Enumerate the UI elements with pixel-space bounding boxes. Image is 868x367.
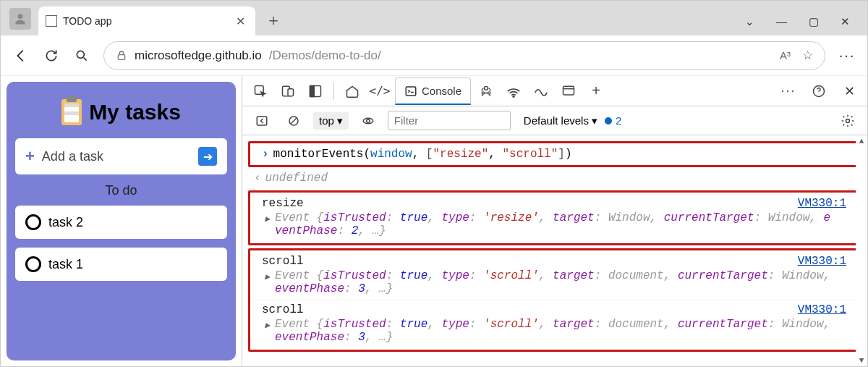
page-content: My tasks + Add a task ➔ To do task 2 tas…	[1, 76, 242, 366]
issue-dot-icon	[605, 117, 612, 125]
svg-point-10	[482, 91, 484, 93]
console-settings-icon[interactable]	[835, 109, 860, 133]
browser-tab[interactable]: TODO app ✕	[38, 7, 255, 35]
console-log-entry[interactable]: scroll VM330:1 ▶ Event {isTrusted: true,…	[255, 252, 854, 300]
event-name: scroll	[262, 255, 304, 268]
welcome-tab-icon[interactable]	[340, 79, 365, 104]
source-link[interactable]: VM330:1	[798, 197, 846, 210]
address-bar[interactable]: microsoftedge.github.io/Demos/demo-to-do…	[103, 41, 825, 70]
context-label: top	[319, 114, 334, 127]
search-icon[interactable]	[73, 47, 90, 64]
issues-count: 2	[616, 114, 621, 127]
context-selector[interactable]: top ▾	[313, 112, 349, 130]
application-tab-icon[interactable]	[556, 79, 581, 104]
console-tab[interactable]: Console	[395, 77, 471, 105]
prompt-icon: ›	[262, 148, 269, 161]
app-title: My tasks	[89, 100, 181, 125]
event-name: scroll	[262, 303, 304, 316]
devtools-panel: </> Console + ··· ✕	[242, 76, 867, 366]
profile-avatar[interactable]	[9, 8, 31, 30]
svg-point-9	[485, 86, 488, 90]
back-button[interactable]	[12, 47, 30, 64]
read-aloud-icon[interactable]: A³	[780, 49, 791, 62]
svg-point-0	[18, 14, 23, 19]
scrollbar[interactable]: ▲ ▼	[856, 135, 867, 366]
svg-rect-13	[563, 86, 574, 95]
performance-tab-icon[interactable]	[529, 79, 553, 104]
console-log-entry[interactable]: scroll VM330:1 ▶ Event {isTrusted: true,…	[255, 300, 854, 348]
event-details[interactable]: ▶ Event {isTrusted: true, type: 'resize'…	[262, 211, 846, 237]
highlight-event-2: scroll VM330:1 ▶ Event {isTrusted: true,…	[248, 248, 860, 352]
elements-tab-icon[interactable]: </>	[367, 79, 392, 104]
toggle-sidebar-icon[interactable]	[250, 109, 274, 133]
issues-button[interactable]: 2	[605, 114, 621, 127]
plus-icon: +	[25, 147, 35, 166]
console-return-line: ‹ undefined	[245, 169, 863, 187]
refresh-button[interactable]	[43, 47, 60, 64]
filter-input[interactable]	[388, 111, 511, 130]
event-details[interactable]: ▶ Event {isTrusted: true, type: 'scroll'…	[262, 318, 846, 344]
help-icon[interactable]	[807, 79, 831, 104]
event-name: resize	[262, 197, 304, 210]
svg-rect-2	[118, 54, 124, 59]
svg-rect-8	[406, 87, 416, 96]
close-window-button[interactable]: ✕	[841, 15, 850, 28]
expand-triangle-icon[interactable]: ▶	[265, 214, 270, 224]
submit-arrow-icon[interactable]: ➔	[198, 147, 217, 166]
devtools-more-icon[interactable]: ···	[776, 79, 801, 104]
svg-rect-7	[310, 85, 315, 96]
browser-titlebar: TODO app ✕ ＋ ⌄ — ▢ ✕	[1, 1, 867, 35]
svg-rect-5	[288, 88, 294, 96]
live-expression-icon[interactable]	[356, 109, 380, 133]
lock-icon	[116, 50, 127, 62]
section-to-do: To do	[15, 183, 227, 198]
devtools-close-button[interactable]: ✕	[837, 79, 861, 104]
chevron-down-icon[interactable]: ⌄	[745, 15, 754, 28]
task-label: task 1	[48, 257, 83, 272]
app-header: My tasks	[15, 92, 227, 138]
maximize-button[interactable]: ▢	[809, 15, 819, 28]
source-link[interactable]: VM330:1	[798, 303, 846, 316]
favicon-icon	[46, 15, 57, 27]
console-output[interactable]: › monitorEvents(window, ["resize", "scro…	[242, 135, 867, 366]
source-link[interactable]: VM330:1	[798, 255, 846, 268]
console-log-entry[interactable]: resize VM330:1 ▶ Event {isTrusted: true,…	[255, 194, 854, 242]
tab-close-button[interactable]: ✕	[233, 12, 248, 31]
devtools-tabbar: </> Console + ··· ✕	[242, 76, 867, 106]
console-tab-label: Console	[422, 85, 461, 97]
add-task-label: Add a task	[42, 149, 103, 164]
levels-label: Default levels	[524, 114, 589, 127]
chevron-down-icon: ▾	[337, 114, 343, 127]
console-toolbar: top ▾ Default levels ▾ 2	[242, 106, 867, 135]
add-task-input[interactable]: + Add a task ➔	[15, 138, 227, 174]
svg-point-12	[513, 96, 514, 97]
log-levels-selector[interactable]: Default levels ▾	[524, 114, 597, 127]
new-tab-button[interactable]: ＋	[255, 9, 292, 35]
task-item[interactable]: task 2	[15, 206, 227, 239]
scroll-down-icon[interactable]: ▼	[859, 355, 864, 366]
chevron-down-icon: ▾	[592, 114, 597, 127]
tab-title: TODO app	[63, 15, 227, 27]
svg-point-1	[77, 51, 84, 58]
scroll-up-icon[interactable]: ▲	[859, 135, 864, 147]
sources-tab-icon[interactable]	[474, 79, 498, 104]
more-menu-button[interactable]: ···	[838, 47, 856, 64]
task-checkbox[interactable]	[25, 214, 41, 230]
svg-rect-15	[257, 117, 267, 125]
network-tab-icon[interactable]	[501, 79, 526, 104]
favorite-icon[interactable]: ☆	[802, 48, 813, 63]
url-domain: microsoftedge.github.io	[135, 48, 262, 63]
minimize-button[interactable]: —	[776, 15, 787, 28]
window-controls: ⌄ — ▢ ✕	[745, 15, 867, 35]
event-details[interactable]: ▶ Event {isTrusted: true, type: 'scroll'…	[262, 269, 846, 295]
expand-triangle-icon[interactable]: ▶	[265, 320, 270, 331]
device-toggle-icon[interactable]	[276, 79, 300, 104]
task-checkbox[interactable]	[25, 256, 41, 272]
task-item[interactable]: task 1	[15, 248, 227, 281]
add-tab-button[interactable]: +	[584, 79, 608, 104]
dock-side-icon[interactable]	[303, 79, 328, 104]
expand-triangle-icon[interactable]: ▶	[265, 271, 270, 282]
clear-console-icon[interactable]	[281, 109, 306, 133]
inspect-element-icon[interactable]	[248, 79, 273, 104]
browser-toolbar: microsoftedge.github.io/Demos/demo-to-do…	[1, 35, 867, 76]
